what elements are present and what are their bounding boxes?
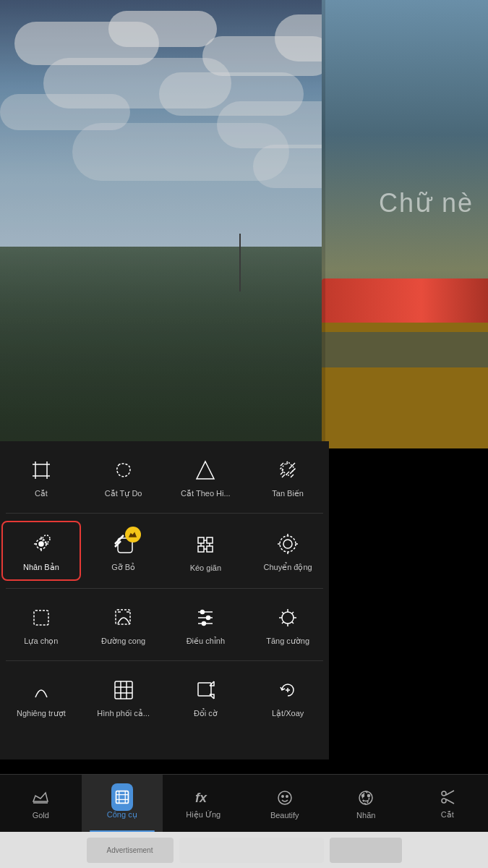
tool-hinh-phoi-label: Hình phối cả... bbox=[97, 709, 150, 718]
svg-line-68 bbox=[210, 694, 214, 699]
svg-point-52 bbox=[202, 622, 206, 626]
tool-duong-cong[interactable]: Đường cong bbox=[82, 595, 165, 655]
tool-cat-theo-hinh[interactable]: Cắt Theo Hi... bbox=[165, 447, 247, 507]
nav-nhan[interactable]: Nhãn bbox=[325, 775, 407, 832]
svg-line-11 bbox=[286, 463, 288, 464]
tool-cat-theo-hinh-label: Cắt Theo Hi... bbox=[181, 489, 231, 498]
tool-cat-tu-do-label: Cắt Tự Do bbox=[105, 489, 142, 498]
svg-line-18 bbox=[282, 475, 285, 477]
nav-cong-cu[interactable]: Công cụ bbox=[82, 775, 163, 832]
nav-cat[interactable]: Cắt bbox=[407, 775, 489, 832]
tool-lua-chon-label: Lựa chọn bbox=[24, 637, 58, 646]
crown-icon bbox=[30, 788, 51, 808]
svg-point-38 bbox=[280, 536, 296, 552]
svg-point-50 bbox=[201, 610, 205, 614]
shape-crop-icon bbox=[191, 456, 220, 485]
tool-keo-gian[interactable]: Kéo giãn bbox=[165, 519, 247, 582]
overlay-text: Chữ nè bbox=[379, 188, 474, 218]
svg-rect-32 bbox=[207, 546, 213, 552]
nav-hieu-ung[interactable]: fx Hiệu Ứng bbox=[163, 775, 244, 832]
svg-line-13 bbox=[292, 463, 295, 466]
tools-row-4: Nghiêng trượt Hình phối cả... bbox=[0, 661, 329, 733]
tool-hinh-phoi[interactable]: Hình phối cả... bbox=[82, 667, 165, 727]
svg-point-37 bbox=[283, 540, 292, 548]
tool-lat-xoay[interactable]: Lật/Xoay bbox=[247, 667, 329, 727]
freehand-crop-icon bbox=[109, 456, 138, 485]
duplicate-icon bbox=[27, 529, 56, 558]
tool-dieu-chinh-label: Điều chỉnh bbox=[187, 637, 225, 646]
svg-point-84 bbox=[362, 794, 364, 796]
svg-marker-72 bbox=[33, 793, 48, 801]
tool-tan-bien-label: Tan Biến bbox=[272, 489, 304, 498]
select-icon bbox=[27, 603, 56, 632]
nav-gold-label: Gold bbox=[33, 811, 49, 820]
svg-point-80 bbox=[278, 791, 291, 804]
svg-point-26 bbox=[39, 542, 43, 546]
photo-canvas: Chữ nè bbox=[0, 0, 488, 448]
tool-cat-tu-do[interactable]: Cắt Tự Do bbox=[82, 447, 165, 507]
blend-icon bbox=[109, 676, 138, 705]
tools-panel: Cắt Cắt Tự Do Cắt Theo Hi... bbox=[0, 441, 329, 760]
tool-cat-label: Cắt bbox=[35, 489, 48, 498]
svg-rect-29 bbox=[198, 537, 204, 543]
svg-rect-43 bbox=[34, 610, 48, 625]
svg-rect-67 bbox=[198, 683, 211, 696]
enhance-icon bbox=[273, 603, 302, 632]
svg-line-17 bbox=[281, 472, 283, 475]
tool-cat[interactable]: Cắt bbox=[0, 447, 82, 507]
tool-tan-bien[interactable]: Tan Biến bbox=[247, 447, 329, 507]
tool-nhan-ban-label: Nhân Bản bbox=[23, 563, 59, 572]
curve-icon bbox=[109, 603, 138, 632]
tool-nghieng-truot[interactable]: Nghiêng trượt bbox=[0, 667, 82, 727]
svg-rect-30 bbox=[207, 537, 213, 543]
bottom-nav: Gold Công cụ fx Hiệu Ứng bbox=[0, 774, 488, 832]
crop-icon bbox=[27, 456, 56, 485]
tool-chuyen-dong[interactable]: Chuyển động bbox=[247, 519, 329, 582]
tool-doi-co-label: Đổi cờ bbox=[194, 709, 218, 718]
fx-icon: fx bbox=[193, 787, 213, 807]
tool-keo-gian-label: Kéo giãn bbox=[190, 563, 221, 572]
svg-line-89 bbox=[446, 799, 454, 804]
tool-dieu-chinh[interactable]: Điều chỉnh bbox=[165, 595, 247, 655]
tools-row-2: Nhân Bản Gỡ Bỏ bbox=[0, 514, 329, 588]
tool-doi-co[interactable]: Đổi cờ bbox=[165, 667, 247, 727]
svg-line-69 bbox=[210, 681, 214, 686]
scissors-icon bbox=[437, 787, 458, 807]
ad-content: Advertisement bbox=[87, 838, 402, 863]
svg-point-81 bbox=[282, 795, 283, 796]
svg-rect-74 bbox=[116, 791, 128, 804]
svg-line-88 bbox=[446, 791, 454, 795]
tool-go-bo-label: Gỡ Bỏ bbox=[111, 563, 135, 572]
svg-rect-0 bbox=[35, 464, 47, 476]
svg-line-58 bbox=[282, 612, 284, 614]
svg-line-61 bbox=[282, 622, 284, 624]
ad-strip: Advertisement bbox=[0, 832, 488, 868]
remove-bg-icon bbox=[109, 529, 138, 558]
resize-icon bbox=[191, 676, 220, 705]
svg-marker-28 bbox=[129, 533, 136, 537]
tool-lua-chon[interactable]: Lựa chọn bbox=[0, 595, 82, 655]
nav-gold[interactable]: Gold bbox=[0, 775, 82, 832]
svg-marker-9 bbox=[197, 461, 214, 479]
tool-tang-cuong-label: Tăng cường bbox=[266, 637, 309, 646]
svg-point-51 bbox=[207, 616, 210, 620]
tool-tang-cuong[interactable]: Tăng cường bbox=[247, 595, 329, 655]
stretch-icon bbox=[191, 530, 220, 559]
tool-go-bo[interactable]: Gỡ Bỏ bbox=[82, 519, 165, 582]
tilt-icon bbox=[27, 676, 56, 705]
nav-beautify[interactable]: Beautify bbox=[244, 775, 326, 832]
svg-point-82 bbox=[286, 795, 288, 796]
svg-text:fx: fx bbox=[195, 791, 207, 805]
nav-cat-label: Cắt bbox=[441, 810, 454, 820]
nav-beautify-label: Beautify bbox=[270, 811, 299, 820]
face-icon bbox=[275, 788, 295, 808]
tools-row-3: Lựa chọn Đường cong bbox=[0, 589, 329, 660]
svg-point-85 bbox=[368, 794, 370, 796]
crop-frame-icon bbox=[112, 787, 132, 807]
svg-line-60 bbox=[292, 612, 294, 614]
tool-duong-cong-label: Đường cong bbox=[101, 637, 145, 646]
tool-nhan-ban[interactable]: Nhân Bản bbox=[1, 521, 81, 581]
svg-rect-62 bbox=[115, 681, 132, 699]
motion-icon bbox=[273, 529, 302, 558]
tools-row-1: Cắt Cắt Tự Do Cắt Theo Hi... bbox=[0, 441, 329, 513]
